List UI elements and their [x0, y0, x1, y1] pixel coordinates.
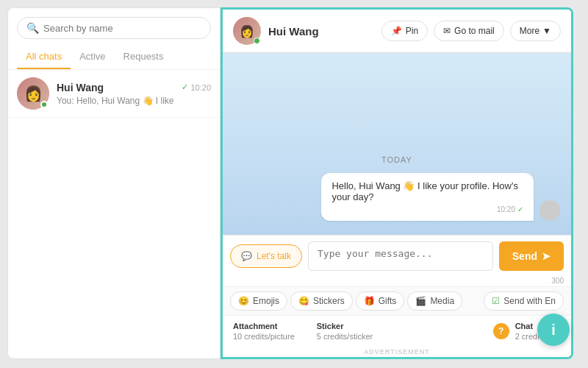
read-check-icon: ✓	[182, 82, 188, 92]
ad-label: ADVERTISEMENT	[223, 347, 571, 357]
attachment-credit: Attachment 10 credits/picture	[233, 322, 295, 341]
chat-header-name: Hui Wang	[268, 25, 374, 38]
pin-button[interactable]: 📌 Pin	[381, 21, 428, 41]
chat-header-online-dot	[254, 38, 260, 44]
chat-item-preview: You: Hello, Hui Wang 👋 I like	[57, 96, 211, 106]
tab-all-chats[interactable]: All chats	[17, 45, 71, 69]
header-actions: 📌 Pin ✉ Go to mail More ▼	[381, 21, 561, 41]
search-input-wrapper[interactable]: 🔍	[17, 17, 211, 39]
send-button[interactable]: Send ➤	[499, 241, 564, 271]
date-label: TODAY	[234, 155, 560, 164]
input-row: 💬 Let's talk Send ➤	[223, 236, 571, 277]
chat-panel: 👩 Hui Wang 📌 Pin ✉ Go to mail More ▼	[220, 7, 573, 359]
message-meta: 10:20 ✓	[331, 205, 523, 213]
chat-list: 👩 Hui Wang ✓ 10:20 You: Hello, Hui Wang …	[8, 70, 220, 358]
info-button[interactable]: i	[537, 314, 570, 346]
search-input[interactable]	[43, 23, 201, 34]
message-bubble: Hello, Hui Wang 👋 I like your profile. H…	[321, 173, 534, 221]
char-count: 300	[223, 277, 571, 286]
attachment-label: Attachment	[233, 322, 295, 330]
chat-item-name: Hui Wang	[57, 82, 104, 93]
more-button[interactable]: More ▼	[510, 21, 561, 41]
main-container: 🔍 All chats Active Requests 👩 Hui Wang	[7, 7, 573, 359]
emoji-toolbar: 😊 Emojis 😋 Stickers 🎁 Gifts 🎬 Media ☑	[223, 286, 571, 315]
search-bar: 🔍	[8, 8, 220, 45]
avatar-wrapper: 👩	[17, 77, 49, 110]
chat-item-header: Hui Wang ✓ 10:20	[57, 82, 211, 93]
media-icon: 🎬	[415, 296, 426, 306]
tabs-bar: All chats Active Requests	[8, 45, 220, 70]
credits-footer: Attachment 10 credits/picture Sticker 5 …	[223, 315, 571, 347]
lets-talk-icon: 💬	[241, 251, 252, 261]
chat-header-bar: 👩 Hui Wang 📌 Pin ✉ Go to mail More ▼	[223, 10, 571, 53]
message-read-icon: ✓	[517, 205, 523, 213]
mail-icon: ✉	[443, 26, 451, 36]
attachment-value: 10 credits/picture	[233, 332, 295, 341]
sticker-credit: Sticker 5 credits/sticker	[317, 322, 373, 341]
input-area: 💬 Let's talk Send ➤ 300 😊 Emojis 😋 S	[223, 235, 571, 357]
chat-info: Hui Wang ✓ 10:20 You: Hello, Hui Wang 👋 …	[57, 82, 211, 106]
chat-item-hui-wang[interactable]: 👩 Hui Wang ✓ 10:20 You: Hello, Hui Wang …	[8, 70, 220, 118]
media-button[interactable]: 🎬 Media	[407, 291, 462, 311]
message-text: Hello, Hui Wang 👋 I like your profile. H…	[331, 180, 518, 202]
gifts-button[interactable]: 🎁 Gifts	[356, 291, 405, 311]
emoji-icon: 😊	[238, 296, 249, 306]
tab-active[interactable]: Active	[71, 45, 114, 69]
online-indicator	[40, 101, 48, 108]
tab-requests[interactable]: Requests	[115, 45, 173, 69]
sidebar: 🔍 All chats Active Requests 👩 Hui Wang	[7, 7, 220, 359]
chat-header-avatar: 👩	[233, 17, 261, 45]
search-icon: 🔍	[26, 22, 39, 34]
chevron-down-icon: ▼	[542, 26, 551, 36]
sticker-icon: 😋	[298, 296, 309, 306]
checkbox-icon: ☑	[492, 296, 500, 306]
stickers-button[interactable]: 😋 Stickers	[290, 291, 353, 311]
go-to-mail-button[interactable]: ✉ Go to mail	[434, 21, 504, 41]
gift-icon: 🎁	[364, 296, 375, 306]
lets-talk-button[interactable]: 💬 Let's talk	[230, 244, 302, 268]
pin-icon: 📌	[391, 26, 402, 36]
chat-item-time: ✓ 10:20	[182, 82, 211, 92]
emojis-button[interactable]: 😊 Emojis	[230, 291, 287, 311]
send-with-enn-button[interactable]: ☑ Send with En	[484, 291, 564, 311]
sticker-credit-value: 5 credits/sticker	[317, 332, 373, 341]
info-icon: i	[551, 322, 556, 339]
message-input[interactable]	[308, 241, 493, 271]
message-row: Hello, Hui Wang 👋 I like your profile. H…	[234, 173, 560, 221]
messages-area: TODAY Hello, Hui Wang 👋 I like your prof…	[223, 53, 571, 235]
chat-credit-icon: ?	[493, 323, 509, 339]
sticker-credit-label: Sticker	[317, 322, 373, 330]
send-arrow-icon: ➤	[542, 250, 551, 262]
message-avatar	[539, 200, 560, 221]
